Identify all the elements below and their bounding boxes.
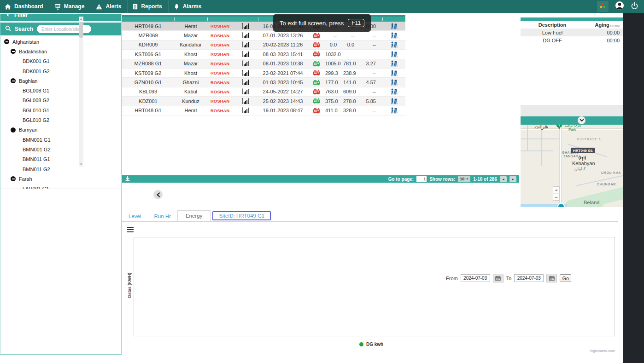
tree-node-afghanistan[interactable]: Afghanistan xyxy=(0,37,121,46)
tree-scrollbar[interactable]: ▲ ▼ xyxy=(79,17,83,167)
table-row-kbl093[interactable]: KBL093KabulROSHAN24-05-2022 14:27763.060… xyxy=(122,87,405,97)
map-zoom-in-button[interactable]: + xyxy=(553,186,560,193)
value1-cell: 1005.0 xyxy=(325,61,343,66)
value1-cell: 763.0 xyxy=(325,89,343,94)
from-calendar-button[interactable] xyxy=(493,274,503,282)
power-icon[interactable] xyxy=(631,2,638,12)
map-zoom-out-button[interactable]: − xyxy=(553,194,560,201)
nav-item-dashboard[interactable]: Dashboard xyxy=(0,0,50,13)
rows-per-page-dropdown[interactable]: 10 ▼ xyxy=(458,176,470,182)
collapse-node-icon[interactable] xyxy=(11,176,16,181)
site-engineer-icon[interactable] xyxy=(382,32,405,39)
site-engineer-icon[interactable] xyxy=(382,107,405,114)
site-map[interactable]: هرات بارک ترقی Park DISTRICT 6 GHAIZAN Z… xyxy=(521,125,623,207)
table-row-kdr009[interactable]: KDR009KandaharROSHAN20-02-2023 11:260.00… xyxy=(122,40,405,50)
tree-node-farah[interactable]: Farah xyxy=(0,174,121,184)
tab-siteid-hrt049-g1[interactable]: SiteID: HRT049 G1 xyxy=(212,211,271,220)
filter-bar[interactable]: Filter xyxy=(0,14,121,22)
chart-menu-icon[interactable] xyxy=(127,227,134,233)
go-button[interactable]: Go xyxy=(560,274,571,282)
value1-cell: 299.3 xyxy=(325,70,343,76)
site-engineer-icon[interactable] xyxy=(382,88,405,95)
to-calendar-button[interactable] xyxy=(546,274,557,282)
tree-node-far001-g1[interactable]: FAR001 G1 xyxy=(0,184,121,189)
collapse-detail-button[interactable] xyxy=(153,190,163,199)
tab-level[interactable]: Level xyxy=(122,211,148,221)
tree-node-label: BGL010 G1 xyxy=(23,108,49,113)
scroll-up-icon[interactable]: ▲ xyxy=(79,17,83,21)
table-row-hrt048-g1[interactable]: HRT048 G1HeratROSHAN19-01-2023 08:47411.… xyxy=(122,106,405,115)
alarm-description: DG OFF xyxy=(521,38,584,43)
site-id-cell: KST006 G1 xyxy=(122,52,174,57)
from-date-input[interactable] xyxy=(461,274,490,282)
map-city-label: هرات xyxy=(534,125,548,130)
last-update-cell: 08-01-2023 10:38 xyxy=(258,61,308,66)
chart-legend[interactable]: DG kwh xyxy=(359,342,383,347)
status-dots-icon[interactable] xyxy=(597,1,609,12)
last-update-cell: 24-05-2022 14:27 xyxy=(258,89,308,94)
tree-node-bdk001-g2[interactable]: BDK001 G2 xyxy=(0,66,121,76)
alarm-description: Low Fuel xyxy=(521,30,584,35)
alarm-row-low-fuel[interactable]: Low Fuel00:00 xyxy=(521,29,623,36)
collapse-node-icon[interactable] xyxy=(11,78,16,83)
scrollbar-thumb[interactable] xyxy=(79,22,83,38)
chart-credits[interactable]: Highcharts.com xyxy=(576,349,615,353)
site-engineer-icon[interactable] xyxy=(382,60,405,67)
page-number-input[interactable] xyxy=(416,176,427,182)
tree-node-bmn011-g1[interactable]: BMN011 G1 xyxy=(0,155,121,164)
site-engineer-icon[interactable] xyxy=(382,41,405,48)
tree-node-bdk001-g1[interactable]: BDK001 G1 xyxy=(0,57,121,66)
collapse-node-icon[interactable] xyxy=(11,127,16,133)
user-icon[interactable] xyxy=(615,1,624,12)
show-rows-label: Show rows: xyxy=(429,177,455,182)
site-engineer-icon[interactable] xyxy=(382,51,405,58)
funnel-icon xyxy=(5,14,11,18)
tree-node-bgl008-g2[interactable]: BGL008 G2 xyxy=(0,96,121,105)
table-row-kdz001[interactable]: KDZ001KunduzROSHAN25-02-2023 14:43375.02… xyxy=(122,97,405,106)
map-place-label-ar: کبابیان xyxy=(574,167,585,171)
nav-item-alerts[interactable]: Alerts xyxy=(91,0,128,13)
generator-status-icon xyxy=(308,51,325,57)
signal-strength-icon xyxy=(233,51,258,58)
alarm-row-dg-off[interactable]: DG OFF00:00 xyxy=(521,36,623,44)
tree-node-bmn011-g2[interactable]: BMN011 G2 xyxy=(0,164,121,174)
download-icon[interactable] xyxy=(125,176,130,182)
table-row-gzn010-g1[interactable]: GZN010 G1GhazniROSHAN01-03-2023 10:45177… xyxy=(122,78,405,87)
collapse-node-icon[interactable] xyxy=(4,39,9,44)
site-engineer-icon[interactable] xyxy=(382,70,405,76)
tree-node-bmn001-g2[interactable]: BMN001 G2 xyxy=(0,144,121,154)
site-engineer-icon[interactable] xyxy=(382,23,405,29)
tree-node-bgl008-g1[interactable]: BGL008 G1 xyxy=(0,86,121,95)
nav-item-manage[interactable]: Manage xyxy=(50,0,92,13)
table-row-mzr069[interactable]: MZR069MazarROSHAN07-01-2023 13:26------ xyxy=(122,31,405,40)
table-row-kst006-g1[interactable]: KST006 G1KhostROSHAN08-03-2023 15:411032… xyxy=(122,50,405,59)
tree-node-bmn001-g1[interactable]: BMN001 G1 xyxy=(0,135,121,144)
map-site-badge[interactable]: HRT049 G1 xyxy=(571,148,595,153)
tree-node-badakhshan[interactable]: Badakhshan xyxy=(0,46,121,56)
antenna-icon[interactable] xyxy=(578,155,586,163)
tree-node-baghlan[interactable]: Baghlan xyxy=(0,76,121,86)
map-site-marker[interactable] xyxy=(557,203,565,207)
scroll-down-icon[interactable]: ▼ xyxy=(79,162,83,167)
table-row-mzr088-g1[interactable]: MZR088 G1MazarROSHAN08-01-2023 10:381005… xyxy=(122,59,405,69)
site-engineer-icon[interactable] xyxy=(382,79,405,86)
tree-node-bamyan[interactable]: Bamyan xyxy=(0,125,121,135)
generator-status-icon xyxy=(308,70,325,76)
to-date-input[interactable] xyxy=(514,274,544,282)
map-park-label: Park xyxy=(568,127,576,132)
table-row-kst009-g2[interactable]: KST009 G2KhostROSHAN23-02-2021 07:44299.… xyxy=(122,69,405,78)
site-engineer-icon[interactable] xyxy=(382,98,405,104)
tab-energy[interactable]: Energy xyxy=(177,210,211,221)
prev-page-button[interactable]: ◄ xyxy=(500,176,507,182)
nav-item-alarms[interactable]: Alarms xyxy=(169,0,209,13)
map-collapse-button[interactable] xyxy=(578,116,585,124)
bell-icon xyxy=(174,4,180,10)
tree-node-label: BGL008 G1 xyxy=(23,88,49,93)
collapse-node-icon[interactable] xyxy=(11,49,16,54)
tab-run-hr[interactable]: Run Hr xyxy=(148,211,177,221)
nav-item-reports[interactable]: Reports xyxy=(128,0,169,13)
next-page-button[interactable]: ► xyxy=(509,176,516,182)
tree-node-label: Badakhshan xyxy=(19,49,47,54)
tree-node-bgl010-g1[interactable]: BGL010 G1 xyxy=(0,105,121,115)
tree-node-bgl010-g2[interactable]: BGL010 G2 xyxy=(0,115,121,125)
